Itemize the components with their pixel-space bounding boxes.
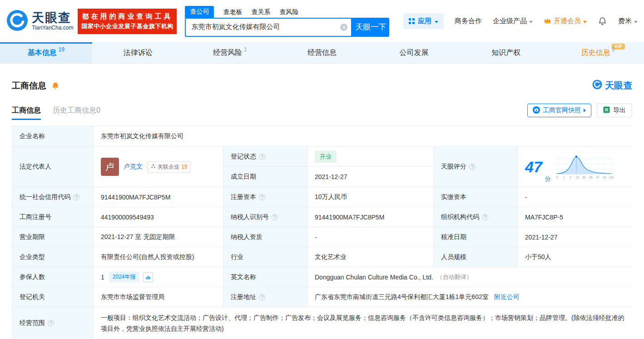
crown-icon [544, 17, 551, 25]
field-value-business-term: 2021-12-27 至 无固定期限 [93, 227, 223, 247]
search-button[interactable]: 天眼一下 [352, 18, 389, 37]
field-label-staff-size: 人员规模 [433, 247, 517, 267]
tab-operating-risk[interactable]: 经营风险 1 [184, 42, 276, 63]
tab-intellectual-property[interactable]: 知识产权 [460, 42, 552, 63]
legal-rep-name-link[interactable]: 卢克文 [124, 163, 143, 171]
score-unit: 分 [545, 175, 551, 183]
snapshot-button-label: 工商官网快照 [543, 106, 581, 115]
label-text: 经营范围 [20, 319, 45, 327]
related-companies-badge[interactable]: 关联企业 19 [147, 161, 191, 173]
help-icon[interactable] [73, 194, 79, 200]
tab-basic-info[interactable]: 基本信息 19 [0, 42, 92, 63]
label-text: 英文名称 [231, 273, 256, 281]
value-text: MA7FJC8P-5 [525, 214, 563, 221]
related-companies-count: 19 [181, 164, 187, 170]
field-value-company-name: 东莞市初岚文化传媒有限公司 [93, 126, 633, 146]
field-value-registered-capital: 10万人民币 [307, 187, 433, 207]
tab-history-info[interactable]: VIP 历史信息 2 [552, 42, 644, 63]
score-distribution-chart: 0 1 3 15 50 85 97 99 100 [555, 153, 614, 180]
search-type-tabs: 查公司 查老板 查关系 查风险 [185, 6, 390, 18]
chevron-down-icon [435, 21, 438, 23]
tab-label: 经营风险 [213, 48, 242, 58]
official-snapshot-button[interactable]: 工商官网快照 [527, 104, 591, 117]
apps-menu[interactable]: 应用 [403, 13, 444, 29]
legal-rep-avatar[interactable]: 卢 [101, 158, 119, 176]
chevron-down-icon [529, 21, 533, 23]
label-text: 核准日期 [441, 233, 466, 241]
tab-label: 公司发展 [400, 48, 429, 58]
field-label-business-term: 营业期限 [12, 227, 93, 247]
search-tab-company[interactable]: 查公司 [185, 6, 214, 18]
search-tab-boss[interactable]: 查老板 [223, 8, 242, 18]
label-text: 企业名称 [20, 132, 45, 140]
score-axis-tick: 50 [582, 176, 586, 179]
apps-grid-icon [409, 18, 415, 24]
value-text: - [525, 194, 527, 201]
clear-icon[interactable] [340, 24, 347, 31]
tab-label: 法律诉讼 [124, 48, 153, 58]
help-icon[interactable] [272, 214, 278, 220]
annual-report-badge[interactable]: 2024年报 [109, 272, 139, 282]
field-value-taxpayer-quality: - [307, 227, 433, 247]
field-value-tianyan-score[interactable]: 47 分 0 1 3 15 50 85 97 99 [517, 146, 633, 187]
score-value: 47 [525, 159, 542, 174]
help-icon[interactable] [259, 294, 265, 300]
nav-open-vip[interactable]: 开通会员 [544, 17, 587, 25]
nearby-companies-link[interactable]: 附近公司 [494, 293, 520, 301]
subtab-business-info[interactable]: 工商信息 [12, 106, 41, 120]
search-tab-relation[interactable]: 查关系 [251, 8, 270, 18]
help-icon[interactable] [259, 154, 265, 160]
tianyancha-logo[interactable]: 天眼查 TianYanCha.com [6, 10, 73, 33]
arrow-right-icon [584, 109, 586, 112]
subtab-history-business-info[interactable]: 历史工商信息0 [53, 106, 100, 120]
field-value-registration-authority: 东莞市市场监督管理局 [93, 287, 223, 307]
help-icon[interactable] [48, 320, 54, 326]
field-label-credit-code: 统一社会信用代码 [12, 187, 93, 207]
search-input[interactable] [185, 18, 352, 37]
value-text: 1 [101, 274, 104, 281]
related-companies-icon [151, 164, 156, 170]
field-value-business-scope: 一般项目：组织文化艺术交流活动；广告设计、代理；广告制作；广告发布；会议及展览服… [93, 307, 633, 339]
label-text: 注册地址 [231, 293, 256, 301]
help-icon[interactable] [259, 194, 265, 200]
notification-bell-icon[interactable] [598, 16, 607, 26]
field-label-industry: 行业 [223, 247, 307, 267]
search-tab-risk[interactable]: 查风险 [279, 8, 298, 18]
export-button[interactable]: 导出 [597, 104, 632, 117]
search-area: 查公司 查老板 查关系 查风险 天眼一下 [185, 6, 390, 37]
help-icon[interactable] [482, 214, 488, 220]
field-value-approval-date: 2021-12-27 [517, 227, 633, 247]
tianyancha-watermark-text: 天眼查 [605, 80, 632, 92]
status-badge: 开业 [315, 151, 337, 163]
label-text: 纳税人资质 [231, 233, 263, 241]
value-text: 东莞市初岚文化传媒有限公司 [101, 132, 183, 140]
value-text: 有限责任公司(自然人投资或控股) [101, 253, 194, 261]
tab-label: 历史信息 [581, 48, 610, 58]
value-text: 441900009549493 [101, 214, 154, 221]
business-info-table: 企业名称 东莞市初岚文化传媒有限公司 法定代表人 卢 卢克文 关联企业 19 登… [12, 126, 632, 339]
company-nav-tabs: 基本信息 19 法律诉讼 经营风险 1 经营信息 公司发展 知识产权 VIP 历… [0, 42, 644, 64]
nav-enterprise-products[interactable]: 企业级产品 [493, 17, 533, 25]
snapshot-icon [533, 106, 540, 115]
user-menu[interactable]: 费米 [618, 17, 638, 25]
field-label-registered-capital: 注册资本 [223, 187, 307, 207]
field-value-english-name: Dongguan Chulan Culture Media Co., Ltd. … [307, 267, 633, 287]
monitor-bell-icon[interactable] [51, 81, 60, 90]
tab-label: 基本信息 [28, 48, 57, 58]
nav-cooperation[interactable]: 商务合作 [455, 17, 482, 25]
logo-title: 天眼查 [32, 11, 73, 25]
tab-operating-info[interactable]: 经营信息 [276, 42, 368, 63]
logo-domain: TianYanCha.com [32, 25, 73, 31]
label-text: 企业类型 [20, 253, 45, 261]
annual-report-icon[interactable] [143, 272, 153, 282]
tab-label: 经营信息 [307, 48, 337, 58]
tab-legal-litigation[interactable]: 法律诉讼 [92, 42, 184, 63]
export-button-label: 导出 [613, 106, 626, 115]
field-value-org-code: MA7FJC8P-5 [517, 207, 633, 227]
tab-company-development[interactable]: 公司发展 [368, 42, 460, 63]
help-icon[interactable] [469, 164, 476, 170]
auto-translate-note: （自动翻译） [437, 273, 472, 281]
field-value-industry: 文化艺术业 [307, 247, 433, 267]
label-text: 营业期限 [20, 233, 45, 241]
field-label-company-name: 企业名称 [12, 126, 93, 146]
